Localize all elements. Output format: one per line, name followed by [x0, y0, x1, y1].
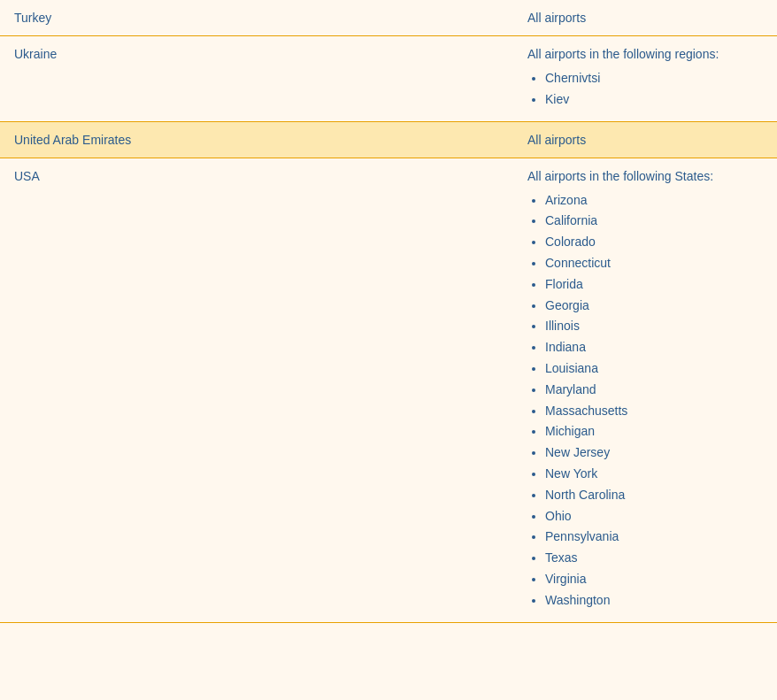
list-item: Arizona	[545, 190, 763, 212]
list-item: Louisiana	[545, 358, 763, 380]
list-item: Pennsylvania	[545, 527, 763, 548]
table-row: USAAll airports in the following States:…	[0, 158, 777, 622]
airports-cell: All airports	[513, 121, 777, 158]
country-airports-table: TurkeyAll airportsUkraineAll airports in…	[0, 0, 777, 623]
airports-intro: All airports in the following regions:	[527, 47, 763, 61]
airports-intro: All airports in the following States:	[527, 169, 763, 183]
country-cell: Turkey	[0, 0, 513, 36]
list-item: Colorado	[545, 232, 763, 253]
table-row: TurkeyAll airports	[0, 0, 777, 36]
list-item: Virginia	[545, 569, 763, 590]
list-item: Indiana	[545, 337, 763, 358]
list-item: New York	[545, 464, 763, 485]
list-item: North Carolina	[545, 485, 763, 506]
airports-cell: All airports	[513, 0, 777, 36]
airports-cell: All airports in the following States:Ari…	[513, 158, 777, 622]
country-cell: USA	[0, 158, 513, 622]
list-item: Washington	[545, 590, 763, 612]
list-item: Michigan	[545, 421, 763, 442]
country-cell: Ukraine	[0, 36, 513, 122]
list-item: Illinois	[545, 316, 763, 337]
list-item: Texas	[545, 548, 763, 569]
list-item: Ohio	[545, 506, 763, 527]
list-item: Massachusetts	[545, 401, 763, 422]
table-row: United Arab EmiratesAll airports	[0, 121, 777, 158]
list-item: Florida	[545, 274, 763, 296]
list-item: New Jersey	[545, 442, 763, 464]
list-item: Connecticut	[545, 253, 763, 274]
table-row: UkraineAll airports in the following reg…	[0, 36, 777, 122]
list-item: Maryland	[545, 380, 763, 401]
airports-list: ArizonaCaliforniaColoradoConnecticutFlor…	[527, 190, 763, 612]
airports-cell: All airports in the following regions:Ch…	[513, 36, 777, 122]
list-item: California	[545, 211, 763, 232]
country-cell: United Arab Emirates	[0, 121, 513, 158]
list-item: Kiev	[545, 89, 763, 111]
list-item: Chernivtsi	[545, 68, 763, 89]
airports-list: ChernivtsiKiev	[527, 68, 763, 111]
list-item: Georgia	[545, 296, 763, 317]
